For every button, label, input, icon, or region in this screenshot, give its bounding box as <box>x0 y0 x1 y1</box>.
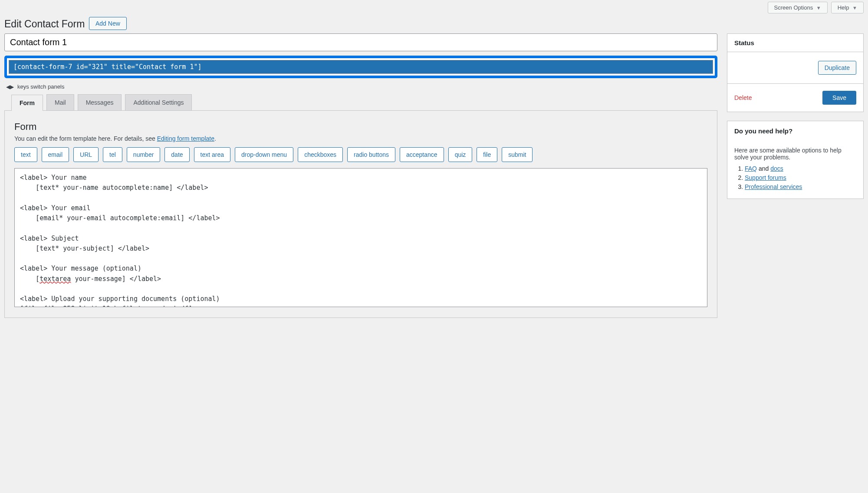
faq-link[interactable]: FAQ <box>745 165 757 172</box>
tag-quiz-button[interactable]: quiz <box>448 147 473 162</box>
docs-link[interactable]: docs <box>770 165 783 172</box>
tag-url-button[interactable]: URL <box>73 147 99 162</box>
tag-file-button[interactable]: file <box>477 147 497 162</box>
tag-generator-row: text email URL tel number date text area… <box>14 147 707 162</box>
page-title: Edit Contact Form <box>4 18 85 30</box>
support-forums-link[interactable]: Support forums <box>745 174 786 181</box>
tag-date-button[interactable]: date <box>164 147 189 162</box>
tag-number-button[interactable]: number <box>127 147 160 162</box>
help-metabox: Do you need help? Here are some availabl… <box>727 121 864 199</box>
editing-form-template-link[interactable]: Editing form template <box>157 135 214 142</box>
shortcode-box <box>4 56 717 78</box>
screen-options-label: Screen Options <box>774 4 813 11</box>
delete-link[interactable]: Delete <box>734 94 752 101</box>
tag-checkboxes-button[interactable]: checkboxes <box>298 147 343 162</box>
screen-options-button[interactable]: Screen Options ▼ <box>768 2 828 13</box>
form-tab-panel: Form You can edit the form template here… <box>4 111 717 318</box>
chevron-down-icon: ▼ <box>816 5 821 10</box>
help-item-faq: FAQ and docs <box>745 165 856 172</box>
tag-text-button[interactable]: text <box>14 147 37 162</box>
tag-radio-button[interactable]: radio buttons <box>347 147 395 162</box>
left-right-arrow-icon: ◀▶ <box>6 84 14 90</box>
status-header: Status <box>727 34 863 52</box>
tag-textarea-button[interactable]: text area <box>194 147 230 162</box>
tag-email-button[interactable]: email <box>42 147 69 162</box>
form-panel-desc: You can edit the form template here. For… <box>14 135 707 142</box>
help-header: Do you need help? <box>727 121 863 141</box>
tab-form[interactable]: Form <box>11 95 43 111</box>
tag-acceptance-button[interactable]: acceptance <box>400 147 444 162</box>
form-template-editor[interactable]: <label> Your name [text* your-name autoc… <box>14 168 707 307</box>
help-desc: Here are some available options to help … <box>734 147 856 161</box>
form-panel-heading: Form <box>14 121 707 132</box>
chevron-down-icon: ▼ <box>852 5 857 10</box>
duplicate-button[interactable]: Duplicate <box>818 61 856 75</box>
tag-tel-button[interactable]: tel <box>103 147 122 162</box>
tab-mail[interactable]: Mail <box>46 94 74 110</box>
help-list: FAQ and docs Support forums Professional… <box>734 165 856 190</box>
keys-hint-text: keys switch panels <box>17 83 64 90</box>
help-item-professional: Professional services <box>745 183 856 190</box>
tab-additional-settings[interactable]: Additional Settings <box>125 94 192 110</box>
shortcode-input[interactable] <box>9 60 713 74</box>
status-metabox: Status Duplicate Delete Save <box>727 33 864 112</box>
keys-hint: ◀▶ keys switch panels <box>6 83 717 90</box>
professional-services-link[interactable]: Professional services <box>745 183 802 190</box>
form-title-input[interactable] <box>4 33 717 51</box>
tag-submit-button[interactable]: submit <box>502 147 533 162</box>
help-label: Help <box>838 4 849 11</box>
save-button[interactable]: Save <box>822 91 856 105</box>
add-new-button[interactable]: Add New <box>89 17 127 30</box>
help-item-support: Support forums <box>745 174 856 181</box>
help-button[interactable]: Help ▼ <box>831 2 864 13</box>
tab-messages[interactable]: Messages <box>78 94 122 110</box>
tag-dropdown-button[interactable]: drop-down menu <box>235 147 293 162</box>
tab-bar: Form Mail Messages Additional Settings <box>4 94 717 111</box>
